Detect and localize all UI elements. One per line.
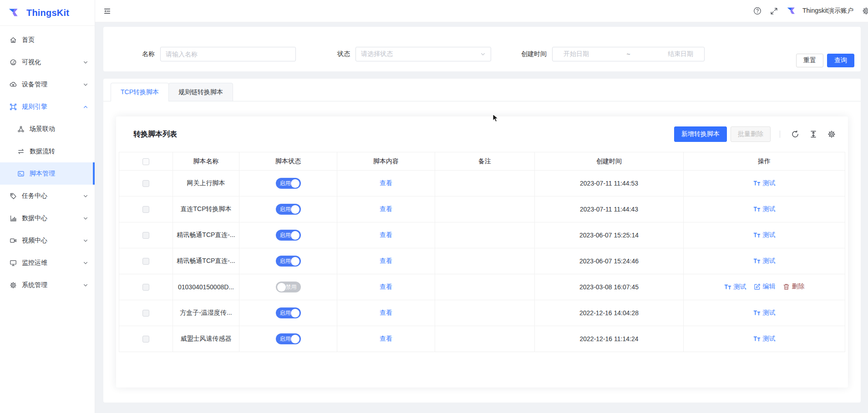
toggle-knob (277, 283, 286, 292)
sidebar-item-home[interactable]: 首页 (0, 29, 95, 51)
chevron-down-icon (83, 260, 88, 266)
status-toggle[interactable]: 启用 (276, 178, 301, 189)
script-content-cell: 查看 (337, 196, 435, 222)
script-name-cell: 0103040150008D... (173, 274, 239, 300)
video-icon (10, 237, 17, 244)
row-height-icon[interactable] (806, 130, 821, 138)
test-link[interactable]: 测试 (753, 309, 776, 317)
row-checkbox[interactable] (142, 206, 149, 213)
date-range-picker[interactable]: 开始日期 ~ 结束日期 (552, 47, 705, 61)
view-link[interactable]: 查看 (380, 309, 392, 317)
row-checkbox[interactable] (142, 336, 149, 342)
fullscreen-icon[interactable] (770, 7, 778, 15)
table-row: 精讯畅通TCP直连-...启用查看2023-06-07 15:25:14测试 (119, 222, 845, 248)
chevron-down-icon (83, 282, 88, 288)
reset-button[interactable]: 重置 (796, 54, 823, 67)
sidebar-item-monitor-ops[interactable]: 监控运维 (0, 252, 95, 274)
test-link[interactable]: 测试 (753, 231, 776, 239)
batch-delete-button[interactable]: 批量删除 (731, 126, 771, 142)
actions-cell: 测试 (684, 222, 845, 248)
view-link[interactable]: 查看 (380, 205, 392, 213)
row-checkbox[interactable] (142, 232, 149, 239)
settings-gear-icon[interactable] (862, 7, 868, 15)
status-toggle[interactable]: 启用 (276, 230, 301, 241)
status-toggle[interactable]: 启用 (276, 307, 301, 318)
script-status-cell: 启用 (239, 196, 337, 222)
status-toggle[interactable]: 启用 (276, 333, 301, 344)
sidebar-item-rule-engine[interactable]: 规则引擎 (0, 96, 95, 118)
scripts-table: 脚本名称 脚本状态 脚本内容 备注 创建时间 操作 网关上行脚本启用查看2023… (119, 152, 845, 352)
created-time-cell: 2022-12-16 14:04:28 (535, 300, 684, 326)
name-input[interactable] (166, 50, 290, 58)
col-created-time: 创建时间 (535, 152, 684, 171)
sidebar-item-system-management[interactable]: 系统管理 (0, 274, 95, 296)
tab-rulechain-script[interactable]: 规则链转换脚本 (168, 83, 233, 101)
script-status-cell: 启用 (239, 326, 337, 352)
table-row: 0103040150008D...禁用查看2023-03-08 16:07:45… (119, 274, 845, 300)
created-time-cell: 2022-12-16 11:14:24 (535, 326, 684, 352)
view-link[interactable]: 查看 (380, 335, 392, 343)
test-link[interactable]: 测试 (724, 283, 746, 291)
status-toggle[interactable]: 启用 (276, 256, 301, 267)
add-script-button[interactable]: 新增转换脚本 (674, 126, 727, 142)
select-all-checkbox[interactable] (142, 158, 149, 165)
help-icon[interactable] (753, 7, 761, 15)
data-center-icon (10, 215, 17, 222)
test-link[interactable]: 测试 (753, 205, 776, 213)
status-toggle-label: 启用 (280, 206, 291, 213)
list-title: 转换脚本列表 (133, 130, 177, 139)
row-checkbox[interactable] (142, 258, 149, 265)
brand-logo[interactable]: ThingsKit (0, 0, 95, 26)
row-select-cell (119, 274, 173, 300)
test-link[interactable]: 测试 (753, 257, 776, 265)
status-select[interactable]: 请选择状态 (355, 47, 491, 61)
sidebar-item-scene-linkage[interactable]: 场景联动 (0, 118, 95, 140)
script-status-cell: 启用 (239, 248, 337, 274)
sidebar-item-script-management[interactable]: 脚本管理 (0, 162, 95, 185)
test-label: 测试 (763, 257, 776, 265)
test-link[interactable]: 测试 (753, 335, 776, 343)
view-link[interactable]: 查看 (380, 179, 392, 187)
home-icon (10, 36, 17, 44)
test-link[interactable]: 测试 (753, 179, 776, 187)
row-checkbox[interactable] (142, 310, 149, 317)
status-toggle-label: 禁用 (286, 283, 297, 291)
table-row: 威盟士风速传感器启用查看2022-12-16 11:14:24测试 (119, 326, 845, 352)
note-cell (435, 326, 535, 352)
created-time-cell: 2023-07-11 11:44:43 (535, 196, 684, 222)
user-account[interactable]: Thingskit演示账户 (787, 5, 853, 17)
view-link[interactable]: 查看 (380, 231, 392, 239)
actions-cell: 测试 (684, 248, 845, 274)
chevron-up-icon (83, 104, 88, 110)
edit-label: 编辑 (763, 282, 776, 291)
data-flow-icon (17, 148, 25, 155)
sidebar-collapse-icon[interactable] (103, 7, 111, 15)
view-link[interactable]: 查看 (380, 257, 392, 265)
edit-link[interactable]: 编辑 (754, 282, 776, 291)
actions-cell: 测试 (684, 326, 845, 352)
row-checkbox[interactable] (142, 180, 149, 187)
search-button[interactable]: 查询 (827, 54, 854, 67)
view-link[interactable]: 查看 (380, 283, 392, 291)
row-select-cell (119, 326, 173, 352)
script-content-cell: 查看 (337, 222, 435, 248)
sidebar-item-data-center[interactable]: 数据中心 (0, 207, 95, 229)
column-settings-gear-icon[interactable] (824, 130, 839, 138)
header-actions: Thingskit演示账户 (753, 5, 868, 17)
delete-link[interactable]: 删除 (783, 282, 805, 291)
status-toggle-label: 启用 (280, 180, 291, 187)
sidebar-item-task-center[interactable]: 任务中心 (0, 185, 95, 207)
sidebar-item-video-center[interactable]: 视频中心 (0, 229, 95, 252)
sidebar-item-visualization[interactable]: 可视化 (0, 51, 95, 73)
sidebar-item-data-flow[interactable]: 数据流转 (0, 140, 95, 162)
row-checkbox[interactable] (142, 284, 149, 291)
refresh-icon[interactable] (788, 130, 802, 138)
status-toggle[interactable]: 启用 (276, 204, 301, 215)
sidebar-item-device-management[interactable]: 设备管理 (0, 73, 95, 96)
test-icon (753, 336, 761, 342)
note-cell (435, 222, 535, 248)
note-cell (435, 300, 535, 326)
thingskit-logo-icon (8, 6, 22, 20)
tab-tcp-script[interactable]: TCP转换脚本 (111, 83, 169, 101)
status-toggle[interactable]: 禁用 (276, 282, 301, 292)
